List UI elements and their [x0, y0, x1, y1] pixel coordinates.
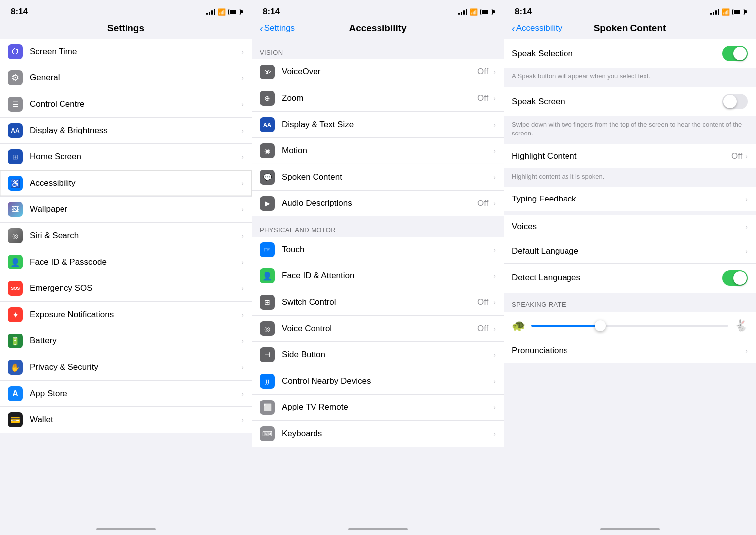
app-store-label: App Store [30, 389, 239, 399]
speak-screen-description: Swipe down with two fingers from the top… [504, 116, 756, 144]
privacy-security-chevron: › [241, 363, 244, 371]
settings-item-face-id[interactable]: 👤 Face ID & Passcode › [0, 249, 252, 275]
status-icons-2: 📶 [458, 8, 493, 16]
speaking-rate-slider[interactable] [531, 325, 728, 327]
speak-selection-item[interactable]: Speak Selection [504, 39, 756, 68]
screen-time-icon: ⏱ [8, 44, 23, 59]
apple-tv-remote-icon: ⬜ [260, 400, 275, 415]
status-icons-3: 📶 [710, 8, 745, 16]
settings-item-control-nearby[interactable]: )) Control Nearby Devices › [252, 368, 504, 395]
switch-control-value: Off [477, 297, 488, 307]
speak-selection-toggle[interactable] [722, 46, 748, 61]
keyboards-label: Keyboards [282, 429, 491, 439]
spoken-content-list[interactable]: Speak Selection A Speak button will appe… [504, 39, 756, 525]
settings-item-voice-control[interactable]: ◎ Voice Control Off › [252, 316, 504, 342]
highlight-content-item[interactable]: Highlight Content Off › [504, 144, 756, 168]
detect-languages-toggle[interactable] [722, 270, 748, 286]
back-arrow-icon-3: ‹ [512, 23, 515, 33]
voiceover-label: VoiceOver [282, 67, 477, 77]
highlight-content-chevron: › [745, 152, 748, 160]
settings-item-wallet[interactable]: 💳 Wallet › [0, 407, 252, 433]
time-2: 8:14 [263, 7, 280, 17]
page-title-2: Accessibility [349, 23, 406, 34]
switch-control-chevron: › [493, 298, 496, 306]
settings-item-motion[interactable]: ◉ Motion › [252, 138, 504, 164]
motion-icon: ◉ [260, 143, 275, 158]
pronunciations-item[interactable]: Pronunciations › [504, 339, 756, 363]
settings-item-control-centre[interactable]: ☰ Control Centre › [0, 91, 252, 118]
pronunciations-chevron: › [745, 347, 748, 355]
settings-item-exposure[interactable]: ✦ Exposure Notifications › [0, 302, 252, 328]
speak-screen-item[interactable]: Speak Screen [504, 87, 756, 116]
typing-feedback-item[interactable]: Typing Feedback › [504, 187, 756, 211]
accessibility-panel: 8:14 📶 ‹ Settings Accessibility VISION 👁 [252, 0, 504, 535]
voices-item[interactable]: Voices › [504, 215, 756, 239]
settings-item-siri-search[interactable]: ◎ Siri & Search › [0, 223, 252, 249]
settings-item-accessibility[interactable]: ♿ Accessibility › [0, 170, 252, 197]
settings-item-apple-tv-remote[interactable]: ⬜ Apple TV Remote › [252, 395, 504, 421]
settings-group-1: ⏱ Screen Time › ⚙ General › ☰ Control Ce… [0, 39, 252, 433]
settings-item-general[interactable]: ⚙ General › [0, 65, 252, 91]
signal-icon-2 [458, 9, 467, 15]
siri-icon: ◎ [8, 228, 23, 243]
settings-item-privacy-security[interactable]: ✋ Privacy & Security › [0, 354, 252, 381]
siri-chevron: › [241, 232, 244, 240]
settings-list-1[interactable]: ⏱ Screen Time › ⚙ General › ☰ Control Ce… [0, 39, 252, 525]
control-nearby-label: Control Nearby Devices [282, 376, 491, 386]
battery-icon-2 [480, 9, 493, 15]
keyboards-icon: ⌨ [260, 426, 275, 441]
vision-group: 👁 VoiceOver Off › ⊕ Zoom Off › AA [252, 59, 504, 216]
wallpaper-icon: 🖼 [8, 202, 23, 217]
settings-item-touch[interactable]: ☞ Touch › [252, 237, 504, 263]
status-bar-2: 8:14 📶 [252, 0, 504, 21]
settings-item-app-store[interactable]: A App Store › [0, 381, 252, 407]
physical-motor-group: ☞ Touch › 👤 Face ID & Attention › ⊞ Swit… [252, 237, 504, 447]
settings-back-button[interactable]: ‹ Settings [260, 23, 295, 33]
keyboards-chevron: › [493, 430, 496, 438]
app-store-icon: A [8, 386, 23, 401]
screen-time-chevron: › [241, 48, 244, 56]
settings-item-screen-time[interactable]: ⏱ Screen Time › [0, 39, 252, 65]
settings-item-face-id-attention[interactable]: 👤 Face ID & Attention › [252, 263, 504, 289]
settings-item-spoken-content[interactable]: 💬 Spoken Content › [252, 164, 504, 191]
status-icons-1: 📶 [206, 8, 241, 16]
settings-item-home-screen[interactable]: ⊞ Home Screen › [0, 144, 252, 170]
signal-icon-3 [710, 9, 719, 15]
back-label-2: Settings [264, 23, 295, 33]
voices-label: Voices [512, 222, 745, 232]
settings-item-wallpaper[interactable]: 🖼 Wallpaper › [0, 197, 252, 223]
detect-languages-toggle-knob [733, 271, 747, 285]
display-brightness-icon: AA [8, 123, 23, 138]
settings-item-emergency-sos[interactable]: SOS Emergency SOS › [0, 275, 252, 302]
speak-selection-group: Speak Selection [504, 39, 756, 68]
highlight-content-label: Highlight Content [512, 151, 731, 161]
settings-item-display-text-size[interactable]: AA Display & Text Size › [252, 112, 504, 138]
accessibility-back-button[interactable]: ‹ Accessibility [512, 23, 562, 33]
settings-item-audio-descriptions[interactable]: ▶ Audio Descriptions Off › [252, 191, 504, 216]
settings-item-zoom[interactable]: ⊕ Zoom Off › [252, 85, 504, 112]
spoken-content-panel: 8:14 📶 ‹ Accessibility Spoken Content Sp… [504, 0, 756, 535]
typing-feedback-group: Typing Feedback › [504, 187, 756, 211]
settings-item-side-button[interactable]: ⊣ Side Button › [252, 342, 504, 368]
speaking-rate-section: SPEAKING RATE 🐢 🐇 [504, 293, 756, 339]
face-id-icon: 👤 [8, 255, 23, 269]
wallpaper-chevron: › [241, 205, 244, 213]
back-label-3: Accessibility [516, 23, 563, 33]
voices-group: Voices › Default Language › Detect Langu… [504, 215, 756, 293]
speak-screen-toggle[interactable] [722, 94, 748, 109]
wallet-chevron: › [241, 416, 244, 424]
accessibility-list[interactable]: VISION 👁 VoiceOver Off › ⊕ Zoom Off › [252, 39, 504, 525]
settings-item-display-brightness[interactable]: AA Display & Brightness › [0, 118, 252, 144]
detect-languages-item[interactable]: Detect Languages [504, 264, 756, 293]
settings-item-voiceover[interactable]: 👁 VoiceOver Off › [252, 59, 504, 85]
settings-item-battery[interactable]: 🔋 Battery › [0, 328, 252, 354]
wifi-icon-3: 📶 [722, 8, 730, 16]
default-language-item[interactable]: Default Language › [504, 239, 756, 264]
settings-item-switch-control[interactable]: ⊞ Switch Control Off › [252, 289, 504, 316]
face-id-label: Face ID & Passcode [30, 257, 239, 267]
audio-descriptions-value: Off [477, 199, 488, 208]
home-indicator-1 [96, 528, 156, 530]
face-id-attention-chevron: › [493, 272, 496, 280]
speak-screen-label: Speak Screen [512, 97, 722, 107]
settings-item-keyboards[interactable]: ⌨ Keyboards › [252, 421, 504, 447]
